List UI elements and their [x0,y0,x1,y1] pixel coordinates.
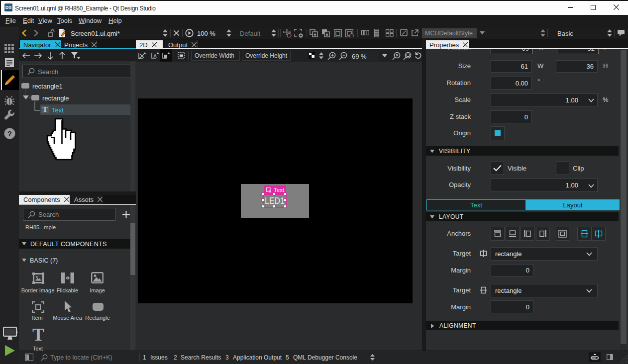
svg-text:A: A [153,54,157,59]
svg-text:?: ? [7,130,12,138]
